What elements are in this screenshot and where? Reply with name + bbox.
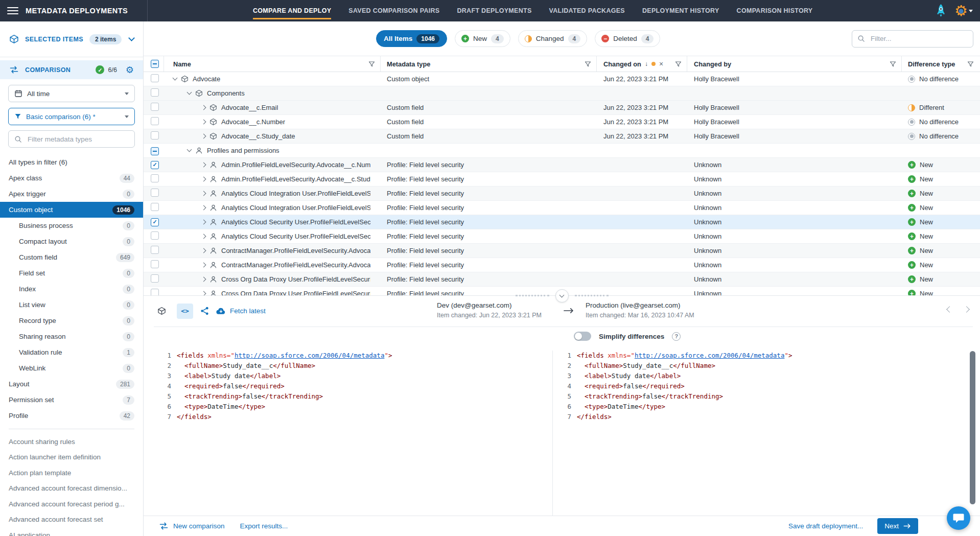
table-row[interactable]: Advocate__c.Email Custom field Jun 22, 2… [144, 101, 980, 115]
column-difference-type[interactable]: Difference type [902, 56, 980, 72]
filter-pill-new[interactable]: + New 4 [455, 30, 510, 47]
table-row[interactable]: ✓ Admin.ProfileFieldLevelSecurity.Advoca… [144, 158, 980, 172]
help-icon[interactable]: ? [672, 332, 681, 341]
sidebar-type-advanced-account-forecast-period-g[interactable]: Advanced account forecast period g... [0, 496, 143, 512]
row-checkbox[interactable] [151, 289, 159, 295]
row-checkbox[interactable] [151, 203, 159, 211]
table-row[interactable]: Advocate Custom object Jun 22, 2023 3:21… [144, 72, 980, 86]
row-checkbox[interactable] [151, 246, 159, 254]
gear-icon[interactable]: ⚙ [126, 65, 134, 75]
sidebar-type-advanced-account-forecast-dimensio[interactable]: Advanced account forecast dimensio... [0, 481, 143, 497]
sidebar-type-weblink[interactable]: WebLink 0 [0, 360, 143, 376]
sidebar-type-account-sharing-rules[interactable]: Account sharing rules [0, 434, 143, 450]
row-checkbox[interactable] [151, 117, 159, 125]
sidebar-type-list-view[interactable]: List view 0 [0, 297, 143, 313]
sidebar-type-index[interactable]: Index 0 [0, 281, 143, 297]
simplify-differences-toggle[interactable] [574, 332, 591, 341]
save-draft-deployment-button[interactable]: Save draft deployment... [788, 522, 863, 530]
source-code-pane[interactable]: 1 <fields xmlns="http://soap.sforce.com/… [144, 351, 553, 516]
sidebar-type-sharing-reason[interactable]: Sharing reason 0 [0, 329, 143, 344]
clear-filter-icon[interactable]: × [659, 60, 663, 67]
row-checkbox[interactable] [151, 260, 159, 268]
table-row[interactable]: Cross Org Data Proxy User.ProfileFieldLe… [144, 272, 980, 287]
filter-funnel-icon[interactable] [890, 61, 896, 67]
select-all-checkbox[interactable] [151, 60, 159, 68]
sidebar-type-validation-rule[interactable]: Validation rule 1 [0, 344, 143, 360]
chevron-right-icon[interactable] [201, 191, 206, 196]
drag-handle[interactable] [575, 295, 609, 296]
collapse-chevron-icon[interactable] [128, 35, 135, 41]
share-icon[interactable] [200, 307, 209, 315]
code-view-button[interactable]: <> [177, 304, 193, 319]
chevron-right-icon[interactable] [201, 248, 206, 253]
chevron-right-icon[interactable] [201, 134, 206, 139]
column-metadata-type[interactable]: Metadata type [381, 56, 597, 72]
chevron-right-icon[interactable] [201, 205, 206, 211]
filter-funnel-icon[interactable] [675, 61, 682, 67]
chevron-right-icon[interactable] [201, 291, 206, 295]
metadata-type-search-input[interactable] [27, 135, 129, 144]
row-checkbox[interactable] [151, 88, 159, 97]
table-row[interactable]: Analytics Cloud Security User.ProfileFie… [144, 229, 980, 244]
new-comparison-button[interactable]: New comparison [159, 522, 225, 530]
column-name[interactable]: Name [164, 56, 381, 72]
filter-pill-deleted[interactable]: − Deleted 4 [595, 30, 660, 47]
row-checkbox[interactable] [151, 274, 159, 283]
chevron-right-icon[interactable] [201, 105, 206, 110]
next-difference-button[interactable] [963, 306, 970, 313]
table-row[interactable]: Profiles and permissions [144, 144, 980, 158]
chevron-right-icon[interactable] [201, 177, 206, 182]
nav-item-comparison-history[interactable]: COMPARISON HISTORY [737, 0, 813, 21]
scrollbar[interactable] [970, 351, 975, 504]
table-row[interactable]: ✓ Analytics Cloud Security User.ProfileF… [144, 215, 980, 229]
nav-item-saved-comparison-pairs[interactable]: SAVED COMPARISON PAIRS [348, 0, 439, 21]
selected-items-header[interactable]: SELECTED ITEMS 2 items [0, 21, 143, 57]
filter-pill-all-items[interactable]: All Items 1046 [376, 30, 447, 47]
chevron-down-icon[interactable] [187, 90, 192, 95]
chevron-right-icon[interactable] [201, 220, 206, 225]
filter-funnel-icon[interactable] [585, 61, 591, 67]
filter-pill-changed[interactable]: Changed 4 [518, 30, 588, 47]
chevron-right-icon[interactable] [201, 263, 206, 268]
row-checkbox[interactable]: ✓ [151, 161, 159, 169]
chevron-down-icon[interactable] [187, 147, 192, 152]
fetch-latest-button[interactable]: Fetch latest [216, 307, 266, 315]
sidebar-type-action-plan-template[interactable]: Action plan template [0, 465, 143, 481]
row-checkbox[interactable] [151, 231, 159, 240]
chevron-right-icon[interactable] [201, 277, 206, 282]
next-button[interactable]: Next [877, 518, 918, 534]
table-row[interactable]: ContractManager.ProfileFieldLevelSecurit… [144, 258, 980, 272]
table-row[interactable]: Admin.ProfileFieldLevelSecurity.Advocate… [144, 172, 980, 187]
nav-item-deployment-history[interactable]: DEPLOYMENT HISTORY [642, 0, 719, 21]
sidebar-type-custom-field[interactable]: Custom field 649 [0, 249, 143, 265]
table-row[interactable]: Advocate__c.Number Custom field Jun 22, … [144, 115, 980, 129]
row-checkbox[interactable] [151, 174, 159, 182]
results-filter-input[interactable] [870, 34, 968, 43]
chat-widget-button[interactable] [947, 506, 970, 530]
filter-funnel-icon[interactable] [967, 61, 974, 67]
row-checkbox[interactable] [151, 189, 159, 197]
comparison-header[interactable]: COMPARISON ✓ 6/6 ⚙ [0, 60, 143, 79]
sidebar-type-apex-trigger[interactable]: Apex trigger 0 [0, 186, 143, 202]
sidebar-type-field-set[interactable]: Field set 0 [0, 265, 143, 281]
row-checkbox[interactable]: ✓ [151, 218, 159, 226]
account-menu[interactable]: ⚙ [954, 4, 973, 18]
drag-handle[interactable] [516, 295, 549, 296]
sidebar-type-apex-class[interactable]: Apex class 44 [0, 170, 143, 186]
sidebar-type-custom-object[interactable]: Custom object 1046 [0, 202, 143, 218]
chevron-right-icon[interactable] [201, 120, 206, 125]
nav-item-draft-deployments[interactable]: DRAFT DEPLOYMENTS [457, 0, 531, 21]
row-checkbox[interactable] [151, 74, 159, 82]
previous-difference-button[interactable] [946, 306, 953, 313]
object-view-button[interactable] [153, 304, 170, 319]
chevron-right-icon[interactable] [201, 234, 206, 239]
sidebar-type-layout[interactable]: Layout 281 [0, 376, 143, 392]
sidebar-type-permission-set[interactable]: Permission set 7 [0, 392, 143, 408]
chevron-right-icon[interactable] [201, 162, 206, 168]
table-row[interactable]: Analytics Cloud Integration User.Profile… [144, 187, 980, 201]
sidebar-type-all-types-in-filter-6[interactable]: All types in filter (6) [0, 154, 143, 170]
sidebar-type-business-process[interactable]: Business process 0 [0, 218, 143, 234]
export-results-button[interactable]: Export results... [240, 522, 288, 530]
comparison-filter-select[interactable]: Basic comparison (6) * [8, 108, 135, 125]
column-changed-on[interactable]: Changed on ↓ × [597, 56, 687, 72]
